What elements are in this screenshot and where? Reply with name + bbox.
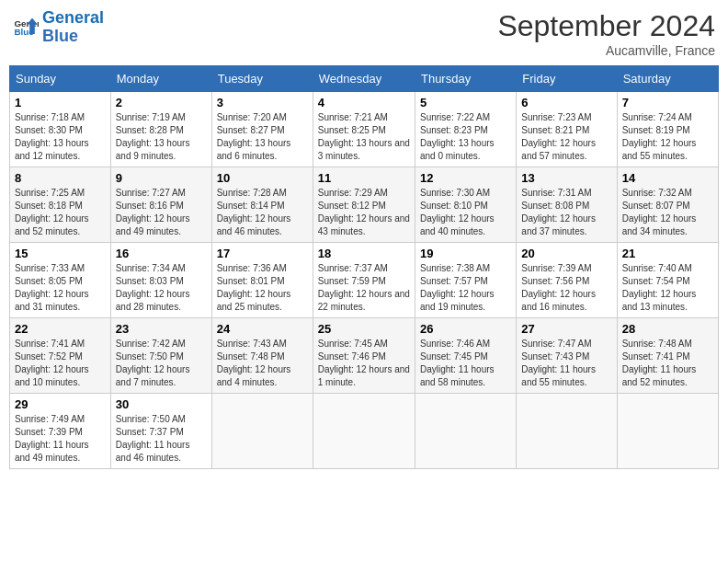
cell-info: Sunrise: 7:40 AMSunset: 7:54 PMDaylight:… xyxy=(622,263,697,312)
day-number: 22 xyxy=(15,322,106,336)
day-number: 6 xyxy=(521,96,611,109)
calendar-cell xyxy=(617,394,718,469)
calendar-cell: 18 Sunrise: 7:37 AMSunset: 7:59 PMDaylig… xyxy=(313,243,415,318)
day-number: 3 xyxy=(217,96,308,109)
cell-info: Sunrise: 7:48 AMSunset: 7:41 PMDaylight:… xyxy=(622,339,697,387)
day-number: 14 xyxy=(622,171,713,185)
logo: General Blue GeneralBlue xyxy=(13,9,104,46)
cell-info: Sunrise: 7:27 AMSunset: 8:16 PMDaylight:… xyxy=(116,188,190,236)
location: Aucamville, France xyxy=(497,43,715,58)
day-number: 28 xyxy=(622,322,713,336)
day-number: 26 xyxy=(420,322,511,336)
calendar-cell: 25 Sunrise: 7:45 AMSunset: 7:46 PMDaylig… xyxy=(313,318,415,394)
day-number: 8 xyxy=(15,171,106,185)
cell-info: Sunrise: 7:36 AMSunset: 8:01 PMDaylight:… xyxy=(217,263,291,312)
calendar-cell: 13 Sunrise: 7:31 AMSunset: 8:08 PMDaylig… xyxy=(517,167,617,243)
col-header-monday: Monday xyxy=(110,66,211,92)
calendar-cell: 17 Sunrise: 7:36 AMSunset: 8:01 PMDaylig… xyxy=(211,243,313,318)
cell-info: Sunrise: 7:42 AMSunset: 7:50 PMDaylight:… xyxy=(116,339,190,387)
col-header-sunday: Sunday xyxy=(10,66,111,92)
calendar-cell: 11 Sunrise: 7:29 AMSunset: 8:12 PMDaylig… xyxy=(313,167,415,243)
day-number: 9 xyxy=(116,171,207,185)
calendar-table: SundayMondayTuesdayWednesdayThursdayFrid… xyxy=(9,65,719,469)
day-number: 21 xyxy=(622,247,713,260)
calendar-cell: 14 Sunrise: 7:32 AMSunset: 8:07 PMDaylig… xyxy=(617,167,718,243)
logo-icon: General Blue xyxy=(13,15,39,40)
cell-info: Sunrise: 7:47 AMSunset: 7:43 PMDaylight:… xyxy=(521,339,596,387)
calendar-cell: 1 Sunrise: 7:18 AMSunset: 8:30 PMDayligh… xyxy=(10,92,111,167)
cell-info: Sunrise: 7:33 AMSunset: 8:05 PMDaylight:… xyxy=(15,263,89,312)
day-number: 7 xyxy=(622,96,713,109)
cell-info: Sunrise: 7:30 AMSunset: 8:10 PMDaylight:… xyxy=(420,188,495,236)
calendar-cell xyxy=(415,394,516,469)
cell-info: Sunrise: 7:18 AMSunset: 8:30 PMDaylight:… xyxy=(15,112,89,161)
day-number: 20 xyxy=(521,247,611,260)
calendar-cell: 5 Sunrise: 7:22 AMSunset: 8:23 PMDayligh… xyxy=(415,92,516,167)
calendar-week-2: 8 Sunrise: 7:25 AMSunset: 8:18 PMDayligh… xyxy=(10,167,719,243)
month-title: September 2024 xyxy=(497,9,715,43)
day-number: 2 xyxy=(116,96,207,109)
day-number: 17 xyxy=(217,247,308,260)
calendar-cell: 7 Sunrise: 7:24 AMSunset: 8:19 PMDayligh… xyxy=(617,92,718,167)
cell-info: Sunrise: 7:32 AMSunset: 8:07 PMDaylight:… xyxy=(622,188,697,236)
cell-info: Sunrise: 7:20 AMSunset: 8:27 PMDaylight:… xyxy=(217,112,291,161)
cell-info: Sunrise: 7:21 AMSunset: 8:25 PMDaylight:… xyxy=(318,112,410,161)
calendar-cell: 4 Sunrise: 7:21 AMSunset: 8:25 PMDayligh… xyxy=(313,92,415,167)
calendar-cell: 12 Sunrise: 7:30 AMSunset: 8:10 PMDaylig… xyxy=(415,167,516,243)
col-header-tuesday: Tuesday xyxy=(211,66,313,92)
calendar-cell: 3 Sunrise: 7:20 AMSunset: 8:27 PMDayligh… xyxy=(211,92,313,167)
cell-info: Sunrise: 7:31 AMSunset: 8:08 PMDaylight:… xyxy=(521,188,596,236)
cell-info: Sunrise: 7:34 AMSunset: 8:03 PMDaylight:… xyxy=(116,263,190,312)
calendar-cell xyxy=(517,394,617,469)
calendar-cell: 2 Sunrise: 7:19 AMSunset: 8:28 PMDayligh… xyxy=(110,92,211,167)
cell-info: Sunrise: 7:50 AMSunset: 7:37 PMDaylight:… xyxy=(116,414,190,463)
day-number: 12 xyxy=(420,171,511,185)
day-number: 23 xyxy=(116,322,207,336)
cell-info: Sunrise: 7:24 AMSunset: 8:19 PMDaylight:… xyxy=(622,112,697,161)
calendar-week-3: 15 Sunrise: 7:33 AMSunset: 8:05 PMDaylig… xyxy=(10,243,719,318)
calendar-cell: 21 Sunrise: 7:40 AMSunset: 7:54 PMDaylig… xyxy=(617,243,718,318)
cell-info: Sunrise: 7:37 AMSunset: 7:59 PMDaylight:… xyxy=(318,263,410,312)
calendar-cell xyxy=(211,394,313,469)
cell-info: Sunrise: 7:41 AMSunset: 7:52 PMDaylight:… xyxy=(15,339,89,387)
day-number: 27 xyxy=(521,322,611,336)
calendar-cell: 28 Sunrise: 7:48 AMSunset: 7:41 PMDaylig… xyxy=(617,318,718,394)
calendar-cell: 19 Sunrise: 7:38 AMSunset: 7:57 PMDaylig… xyxy=(415,243,516,318)
calendar-cell: 29 Sunrise: 7:49 AMSunset: 7:39 PMDaylig… xyxy=(10,394,111,469)
day-number: 25 xyxy=(318,322,410,336)
day-number: 4 xyxy=(318,96,410,109)
calendar-cell: 8 Sunrise: 7:25 AMSunset: 8:18 PMDayligh… xyxy=(10,167,111,243)
cell-info: Sunrise: 7:22 AMSunset: 8:23 PMDaylight:… xyxy=(420,112,495,161)
col-header-saturday: Saturday xyxy=(617,66,718,92)
calendar-cell: 27 Sunrise: 7:47 AMSunset: 7:43 PMDaylig… xyxy=(517,318,617,394)
day-number: 15 xyxy=(15,247,106,260)
calendar-week-4: 22 Sunrise: 7:41 AMSunset: 7:52 PMDaylig… xyxy=(10,318,719,394)
day-number: 13 xyxy=(521,171,611,185)
cell-info: Sunrise: 7:45 AMSunset: 7:46 PMDaylight:… xyxy=(318,339,410,387)
calendar-cell: 10 Sunrise: 7:28 AMSunset: 8:14 PMDaylig… xyxy=(211,167,313,243)
day-number: 1 xyxy=(15,96,106,109)
cell-info: Sunrise: 7:28 AMSunset: 8:14 PMDaylight:… xyxy=(217,188,291,236)
col-header-thursday: Thursday xyxy=(415,66,516,92)
cell-info: Sunrise: 7:25 AMSunset: 8:18 PMDaylight:… xyxy=(15,188,89,236)
calendar-cell: 24 Sunrise: 7:43 AMSunset: 7:48 PMDaylig… xyxy=(211,318,313,394)
day-number: 11 xyxy=(318,171,410,185)
cell-info: Sunrise: 7:43 AMSunset: 7:48 PMDaylight:… xyxy=(217,339,291,387)
day-number: 10 xyxy=(217,171,308,185)
cell-info: Sunrise: 7:23 AMSunset: 8:21 PMDaylight:… xyxy=(521,112,596,161)
calendar-cell: 26 Sunrise: 7:46 AMSunset: 7:45 PMDaylig… xyxy=(415,318,516,394)
cell-info: Sunrise: 7:38 AMSunset: 7:57 PMDaylight:… xyxy=(420,263,495,312)
cell-info: Sunrise: 7:39 AMSunset: 7:56 PMDaylight:… xyxy=(521,263,596,312)
calendar-cell: 20 Sunrise: 7:39 AMSunset: 7:56 PMDaylig… xyxy=(517,243,617,318)
day-number: 24 xyxy=(217,322,308,336)
day-number: 5 xyxy=(420,96,511,109)
calendar-cell: 16 Sunrise: 7:34 AMSunset: 8:03 PMDaylig… xyxy=(110,243,211,318)
col-header-friday: Friday xyxy=(517,66,617,92)
cell-info: Sunrise: 7:29 AMSunset: 8:12 PMDaylight:… xyxy=(318,188,410,236)
calendar-cell: 6 Sunrise: 7:23 AMSunset: 8:21 PMDayligh… xyxy=(517,92,617,167)
calendar-cell: 15 Sunrise: 7:33 AMSunset: 8:05 PMDaylig… xyxy=(10,243,111,318)
calendar-week-5: 29 Sunrise: 7:49 AMSunset: 7:39 PMDaylig… xyxy=(10,394,719,469)
cell-info: Sunrise: 7:49 AMSunset: 7:39 PMDaylight:… xyxy=(15,414,89,463)
calendar-cell: 9 Sunrise: 7:27 AMSunset: 8:16 PMDayligh… xyxy=(110,167,211,243)
calendar-cell: 22 Sunrise: 7:41 AMSunset: 7:52 PMDaylig… xyxy=(10,318,111,394)
